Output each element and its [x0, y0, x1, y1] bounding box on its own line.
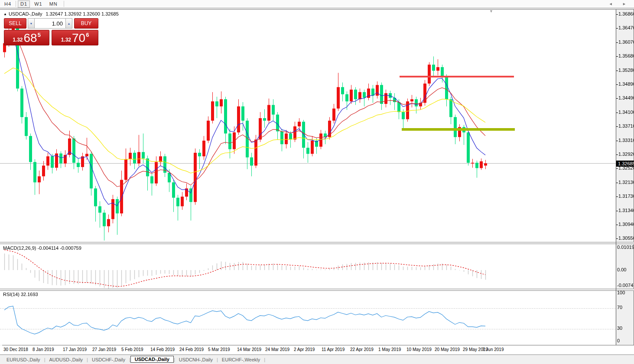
trade-controls-row: SELL ▼ ▲ BUY	[4, 18, 98, 29]
timeframe-toolbar: H4D1W1MN	[0, 0, 634, 8]
date-label: 30 Dec 2018	[3, 347, 28, 352]
timeframe-button-d1[interactable]: D1	[18, 0, 30, 8]
date-label: 22 Apr 2019	[350, 347, 374, 352]
tab-usdcnh[interactable]: USDCNH-,Daily	[175, 356, 217, 363]
rsi-axis-label: 30	[617, 325, 622, 331]
price-tick-label: 1.35680	[618, 53, 634, 58]
toolbar-separator	[64, 1, 64, 7]
date-label: 24 Mar 2019	[265, 347, 289, 352]
toolbar-separator	[16, 1, 16, 7]
sell-price-big: 68	[23, 32, 37, 44]
chart-title: ▲USDCAD-,Daily1.32647 1.32692 1.32600 1.…	[3, 11, 119, 16]
chart-symbol-label: USDCAD-,Daily	[9, 11, 42, 16]
price-tick-label: 1.32520	[618, 165, 634, 171]
buy-price-pip: 6	[86, 32, 89, 38]
sell-button[interactable]: SELL	[4, 18, 26, 29]
date-label: 27 Jan 2019	[92, 347, 116, 352]
sell-price-button[interactable]: 1.32 68 5	[4, 30, 49, 45]
price-axis[interactable]: 1.32685 1.368601.364701.360701.356801.35…	[616, 0, 634, 364]
rsi-axis-label: 70	[617, 305, 622, 310]
volume-input[interactable]	[34, 18, 66, 29]
buy-price-big: 70	[72, 32, 85, 44]
price-tick-label: 1.34100	[618, 110, 634, 115]
date-axis[interactable]: 30 Dec 20188 Jan 201917 Jan 201927 Jan 2…	[0, 345, 634, 354]
rsi-axis-label: 0	[617, 338, 620, 343]
timeframe-button-mn[interactable]: MN	[47, 0, 60, 8]
date-label: 2 Apr 2019	[294, 347, 315, 352]
price-tick-label: 1.31730	[618, 193, 634, 199]
date-label: 14 Mar 2019	[237, 347, 261, 352]
date-label: 5 Feb 2019	[121, 347, 143, 352]
rsi-axis-label: 100	[617, 290, 625, 295]
timeframe-button-h4[interactable]: H4	[2, 0, 14, 8]
tab-usdchf[interactable]: USDCHF-,Daily	[88, 356, 129, 363]
date-label: 17 Jan 2019	[63, 347, 87, 352]
price-tick-label: 1.31340	[618, 208, 634, 213]
macd-indicator-pane[interactable]	[0, 244, 616, 289]
volume-decrease-button[interactable]: ▼	[28, 18, 35, 29]
price-tick-label: 1.36070	[618, 39, 634, 45]
macd-axis-label: 0.00	[617, 267, 626, 272]
chart-tab-bar: EURUSD-,Daily|AUDUSD-,Daily|USDCHF-,Dail…	[0, 354, 634, 364]
price-tick-label: 1.30550	[618, 235, 634, 241]
price-tick-label: 1.36860	[618, 11, 634, 16]
macd-label: MACD(12,26,9) -0.004114 -0.000759	[3, 245, 81, 251]
sell-price-pip: 5	[38, 32, 41, 38]
chart-ohlc-values: 1.32647 1.32692 1.32600 1.32685	[46, 11, 119, 16]
date-label: 24 Feb 2019	[179, 347, 204, 352]
price-tick-label: 1.33710	[618, 123, 634, 129]
mt4-terminal: H4D1W1MN ▲USDCAD-,Daily1.32647 1.32692 1…	[0, 0, 634, 364]
price-tick-label: 1.36470	[618, 25, 634, 30]
tab-divider: |	[264, 357, 265, 362]
date-label: 20 May 2019	[435, 347, 460, 352]
macd-axis-label: 0.010199	[617, 245, 634, 250]
buy-button[interactable]: BUY	[74, 18, 98, 29]
date-label: 10 May 2019	[406, 347, 432, 352]
price-tick-label: 1.32130	[618, 180, 634, 185]
sell-price-prefix: 1.32	[13, 37, 23, 43]
buy-price-prefix: 1.32	[61, 37, 71, 43]
rsi-indicator-pane[interactable]	[0, 291, 616, 345]
price-tick-label: 1.33310	[618, 138, 634, 143]
tab-eurusd[interactable]: EURUSD-,Daily	[3, 356, 44, 363]
volume-increase-button[interactable]: ▲	[65, 18, 72, 29]
macd-axis-label: -0.007476	[617, 283, 634, 288]
tab-audusd[interactable]: AUDUSD-,Daily	[45, 356, 87, 363]
date-label: 5 Mar 2019	[208, 347, 230, 352]
price-tick-label: 1.30940	[618, 222, 634, 227]
price-tick-label: 1.34490	[618, 95, 634, 100]
date-label: 7 Jun 2019	[482, 347, 504, 352]
price-tick-label: 1.34890	[618, 81, 634, 87]
tab-eurchf[interactable]: EURCHF-,Weekly	[218, 356, 264, 363]
rsi-label: RSI(14) 32.1693	[3, 292, 38, 297]
price-tick-label: 1.35280	[618, 68, 634, 73]
buy-price-button[interactable]: 1.32 70 6	[52, 30, 98, 45]
price-tick-label: 1.32920	[618, 151, 634, 157]
chart-shift-marker-icon[interactable]: ▼	[489, 9, 493, 13]
date-label: 1 May 2019	[378, 347, 401, 352]
date-label: 14 Feb 2019	[150, 347, 175, 352]
tab-scroll-arrows[interactable]: ◄ ►	[609, 2, 631, 6]
collapse-chart-icon[interactable]: ▲	[3, 12, 7, 16]
date-label: 8 Jan 2019	[33, 347, 54, 352]
timeframe-button-w1[interactable]: W1	[32, 0, 45, 8]
date-label: 11 Apr 2019	[322, 347, 345, 352]
tab-usdcad[interactable]: USDCAD-,Daily	[130, 356, 174, 363]
